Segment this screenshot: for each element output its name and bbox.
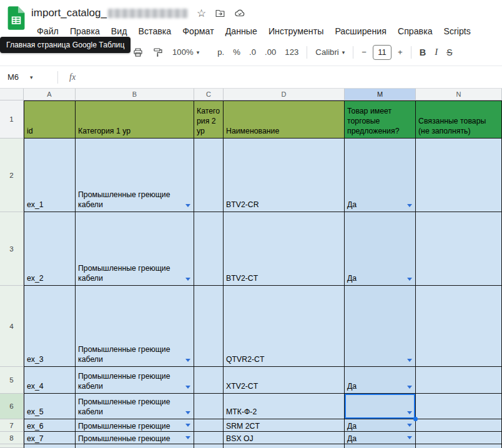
star-icon[interactable]: ☆ [197,8,206,19]
cell-B8[interactable]: Промышленные греющие кабели [76,432,194,444]
row-header-4[interactable]: 4 [0,286,24,367]
cell-B9[interactable] [76,444,194,448]
dropdown-arrow-icon[interactable] [185,424,190,427]
dropdown-arrow-icon[interactable] [407,386,412,389]
menu-edit[interactable]: Правка [64,24,106,38]
menu-insert[interactable]: Вставка [133,24,177,38]
menu-file[interactable]: Файл [31,24,64,38]
italic-button[interactable]: I [431,44,441,61]
cell-D6[interactable]: МТК-Ф-2 [224,394,345,419]
cell-M9[interactable] [345,444,416,448]
dropdown-arrow-icon[interactable] [185,411,190,414]
cell-M7[interactable]: Да [345,419,416,432]
cell-M8[interactable]: Да [345,432,416,444]
cell-C3[interactable] [194,212,224,286]
decrease-font-size-button[interactable]: − [358,44,370,61]
font-select[interactable]: Calibri ▾ [312,44,348,61]
cell-B5[interactable]: Промышленные греющие кабели [76,367,194,394]
row-header-6[interactable]: 6 [0,394,24,419]
cloud-status-icon[interactable] [234,7,245,19]
column-header-B[interactable]: B [76,89,194,100]
dropdown-arrow-icon[interactable] [407,436,412,439]
strikethrough-button[interactable]: S [443,44,456,61]
sheets-logo-icon[interactable] [7,6,25,30]
cell-B3[interactable]: Промышленные греющие кабели [76,212,194,286]
paint-format-button[interactable] [149,44,167,61]
menu-help[interactable]: Справка [392,24,438,38]
row-header-2[interactable]: 2 [0,139,24,212]
cell-M1[interactable]: Товар имеет торговые предложения? [345,100,416,139]
cell-N4[interactable] [416,286,502,367]
cell-B6[interactable]: Промышленные греющие кабели [76,394,194,419]
menu-tools[interactable]: Инструменты [263,24,329,38]
dropdown-arrow-icon[interactable] [407,424,412,427]
cell-M2[interactable]: Да [345,139,416,212]
cell-D4[interactable]: QTVR2-CT [224,286,345,367]
cell-N9[interactable] [416,444,502,448]
cell-D7[interactable]: SRM 2CT [224,419,345,432]
cell-C8[interactable] [194,432,224,444]
print-button[interactable] [129,44,147,61]
cell-A8[interactable]: ex_7 [24,432,76,444]
cell-A5[interactable]: ex_4 [24,367,76,394]
cell-D8[interactable]: BSX OJ [224,432,345,444]
increase-decimal-button[interactable]: .00 [261,44,280,61]
cell-N5[interactable] [416,367,502,394]
percent-format-button[interactable]: % [229,44,244,61]
cell-C7[interactable] [194,419,224,432]
cell-B4[interactable]: Промышленные греющие кабели [76,286,194,367]
cell-C2[interactable] [194,139,224,212]
cell-D2[interactable]: BTV2-CR [224,139,345,212]
cell-M4[interactable] [345,286,416,367]
decrease-decimal-button[interactable]: .0 [245,44,260,61]
move-folder-icon[interactable] [215,8,225,19]
row-header-5[interactable]: 5 [0,367,24,394]
row-header-9[interactable] [0,444,24,448]
cell-M6[interactable] [345,394,416,419]
row-header-1[interactable]: 1 [0,100,24,139]
cell-A9[interactable] [24,444,76,448]
cell-D5[interactable]: XTV2-CT [224,367,345,394]
row-header-3[interactable]: 3 [0,212,24,286]
row-header-7[interactable]: 7 [0,419,24,432]
cell-A2[interactable]: ex_1 [24,139,76,212]
cell-A7[interactable]: ex_6 [24,419,76,432]
cell-A4[interactable]: ex_3 [24,286,76,367]
dropdown-arrow-icon[interactable] [185,278,190,281]
cell-A6[interactable]: ex_5 [24,394,76,419]
currency-format-button[interactable]: р. [214,44,228,61]
dropdown-arrow-icon[interactable] [407,411,412,414]
cell-N8[interactable] [416,432,502,444]
cell-A3[interactable]: ex_2 [24,212,76,286]
column-header-C[interactable]: C [194,89,224,100]
cell-C4[interactable] [194,286,224,367]
cell-N2[interactable] [416,139,502,212]
cell-C9[interactable] [194,444,224,448]
menu-view[interactable]: Вид [106,24,133,38]
cell-D9[interactable] [224,444,345,448]
column-header-A[interactable]: A [24,89,76,100]
dropdown-arrow-icon[interactable] [407,359,412,362]
cell-N6[interactable] [416,394,502,419]
dropdown-arrow-icon[interactable] [407,204,412,207]
name-box[interactable]: M6 ▾ [7,72,56,82]
increase-font-size-button[interactable]: + [394,44,406,61]
cell-N7[interactable] [416,419,502,432]
number-format-button[interactable]: 123 [281,44,302,61]
cell-B7[interactable]: Промышленные греющие кабели [76,419,194,432]
cell-C6[interactable] [194,394,224,419]
dropdown-arrow-icon[interactable] [185,386,190,389]
font-size-input[interactable]: 11 [373,45,391,60]
column-header-M[interactable]: M [345,89,416,100]
cell-B1[interactable]: Категория 1 ур [76,100,194,139]
cell-C1[interactable]: Категория 2 ур [194,100,224,139]
bold-button[interactable]: B [416,44,430,61]
menu-scripts[interactable]: Scripts [438,24,476,38]
row-header-8[interactable]: 8 [0,432,24,444]
cell-C5[interactable] [194,367,224,394]
cell-A1[interactable]: id [24,100,76,139]
dropdown-arrow-icon[interactable] [185,436,190,439]
cell-N1[interactable]: Связанные товары (не заполнять) [416,100,502,139]
menu-format[interactable]: Формат [177,24,219,38]
fill-handle[interactable] [413,417,418,421]
